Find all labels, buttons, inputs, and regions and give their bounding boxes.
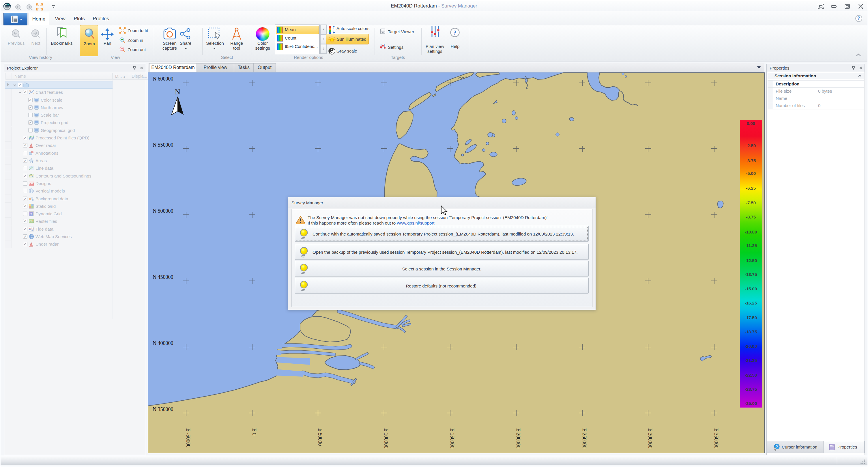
svg-text:E 300000: E 300000 <box>647 428 653 448</box>
svg-text:E 0: E 0 <box>251 428 257 436</box>
svg-text:-2.50: -2.50 <box>746 143 756 148</box>
svg-text:-22.50: -22.50 <box>745 373 757 377</box>
svg-text:N 600000: N 600000 <box>153 76 174 82</box>
svg-text:-21.25: -21.25 <box>745 358 757 363</box>
svg-text:-15.00: -15.00 <box>745 286 757 291</box>
svg-text:-6.25: -6.25 <box>746 186 756 190</box>
svg-text:-13.75: -13.75 <box>745 272 757 277</box>
svg-text:E 200000: E 200000 <box>516 428 521 448</box>
svg-text:-18.75: -18.75 <box>745 329 757 334</box>
svg-text:E 100000: E 100000 <box>383 428 389 448</box>
svg-text:-10.00: -10.00 <box>745 229 757 235</box>
svg-text:-7.50: -7.50 <box>746 200 756 205</box>
svg-text:E -50000: E -50000 <box>185 428 191 448</box>
svg-text:-25.00: -25.00 <box>745 401 757 406</box>
svg-text:N: N <box>175 88 180 96</box>
svg-text:E 350000: E 350000 <box>713 428 719 448</box>
svg-text:0.00: 0.00 <box>746 121 755 126</box>
svg-text:-8.75: -8.75 <box>746 214 756 219</box>
svg-text:N 400000: N 400000 <box>153 340 174 346</box>
svg-text:N 350000: N 350000 <box>153 406 174 412</box>
svg-text:N 500000: N 500000 <box>153 208 174 214</box>
svg-text:-11.25: -11.25 <box>745 243 757 248</box>
svg-text:N 550000: N 550000 <box>153 142 174 148</box>
svg-text:?: ? <box>453 29 457 36</box>
svg-text:-17.50: -17.50 <box>745 315 757 320</box>
svg-text:-5.00: -5.00 <box>746 171 756 176</box>
svg-text:-20.00: -20.00 <box>745 344 757 349</box>
svg-text:-3.75: -3.75 <box>746 158 756 163</box>
svg-text:E 250000: E 250000 <box>582 428 587 448</box>
svg-text:E 50000: E 50000 <box>317 428 323 446</box>
svg-text:?: ? <box>776 444 778 449</box>
svg-text:-16.25: -16.25 <box>745 301 757 305</box>
svg-text:E 150000: E 150000 <box>449 428 455 448</box>
svg-text:-12.50: -12.50 <box>745 258 757 263</box>
svg-text:-23.75: -23.75 <box>745 387 757 392</box>
svg-text:N 450000: N 450000 <box>153 274 174 280</box>
svg-text:N: N <box>29 90 31 92</box>
